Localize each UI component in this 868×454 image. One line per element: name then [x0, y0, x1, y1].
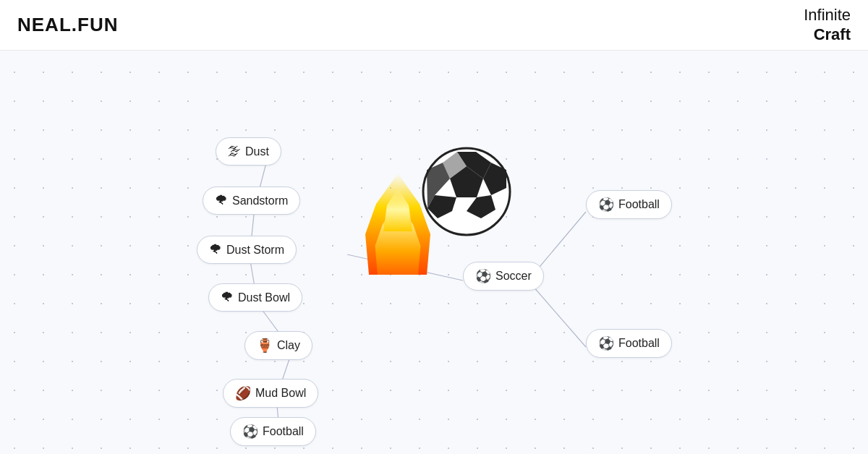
label-mud-bowl: Mud Bowl	[255, 387, 306, 400]
site-logo[interactable]: NEAL.FUN	[17, 14, 118, 36]
label-football-right-bottom: Football	[618, 337, 660, 350]
label-sandstorm: Sandstorm	[232, 194, 288, 207]
element-football-right-bottom[interactable]: ⚽Football	[586, 329, 672, 358]
emoji-soccer: ⚽	[475, 268, 491, 284]
label-soccer: Soccer	[495, 270, 532, 283]
emoji-dust-storm: 🌪	[209, 242, 222, 257]
svg-marker-16	[443, 152, 467, 179]
element-dust-storm[interactable]: 🌪Dust Storm	[197, 236, 297, 264]
label-dust-bowl: Dust Bowl	[238, 291, 290, 304]
svg-marker-10	[450, 166, 483, 197]
element-dust-bowl[interactable]: 🌪Dust Bowl	[208, 283, 302, 312]
emoji-dust: 🌫	[228, 144, 241, 159]
svg-point-9	[423, 148, 510, 235]
header: NEAL.FUN Infinite Craft	[0, 0, 868, 51]
brand-name: Infinite Craft	[804, 6, 851, 44]
emoji-football-bottom: ⚽	[242, 424, 258, 440]
svg-marker-11	[457, 152, 491, 179]
emoji-football-right-bottom: ⚽	[598, 335, 614, 351]
emoji-clay: 🏺	[257, 338, 273, 354]
emoji-football-right-top: ⚽	[598, 197, 614, 213]
element-soccer[interactable]: ⚽Soccer	[463, 262, 544, 291]
svg-marker-12	[483, 163, 506, 195]
element-mud-bowl[interactable]: 🏈Mud Bowl	[223, 379, 318, 408]
craft-canvas[interactable]: 🌫Dust🌪Sandstorm🌪Dust Storm🌪Dust Bowl🏺Cla…	[0, 51, 868, 454]
label-dust-storm: Dust Storm	[226, 244, 284, 257]
element-clay[interactable]: 🏺Clay	[244, 331, 312, 360]
emoji-sandstorm: 🌪	[215, 193, 228, 208]
element-sandstorm[interactable]: 🌪Sandstorm	[203, 187, 300, 215]
emoji-dust-bowl: 🌪	[221, 290, 234, 305]
emoji-mud-bowl: 🏈	[235, 385, 251, 401]
label-clay: Clay	[277, 339, 300, 352]
svg-marker-14	[427, 195, 456, 218]
label-dust: Dust	[245, 145, 269, 158]
connection-lines	[0, 51, 868, 454]
element-football-right-top[interactable]: ⚽Football	[586, 190, 672, 219]
svg-marker-13	[467, 195, 495, 218]
label-football-right-top: Football	[618, 198, 660, 211]
svg-line-7	[528, 280, 586, 347]
svg-line-8	[347, 254, 463, 280]
element-dust[interactable]: 🌫Dust	[216, 137, 281, 166]
svg-marker-15	[427, 163, 450, 208]
element-football-bottom[interactable]: ⚽Football	[230, 417, 316, 446]
label-football-bottom: Football	[263, 425, 304, 438]
